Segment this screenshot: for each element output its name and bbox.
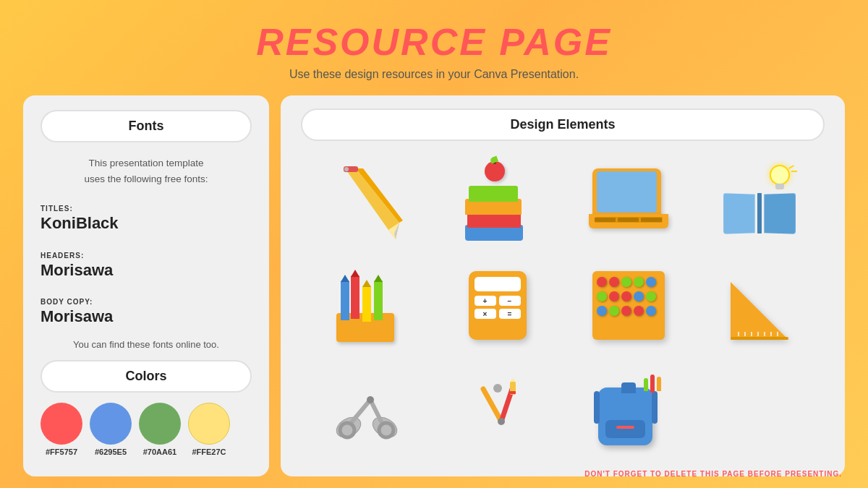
element-book-lightbulb — [694, 148, 825, 253]
color-swatch-yellow: #FFE27C — [188, 403, 230, 456]
color-hex-red: #FF5757 — [46, 448, 77, 456]
colors-section: Colors #FF5757 #6295E5 #70AA61 #FFE27C — [41, 360, 252, 456]
svg-point-16 — [498, 418, 505, 425]
font-entry-titles: TITLES: KoniBlack — [41, 201, 252, 233]
font-entry-headers: HEADERS: Morisawa — [41, 248, 252, 280]
svg-marker-18 — [510, 378, 516, 382]
font-name-bodycopy: Morisawa — [41, 307, 252, 326]
element-ruler-triangle — [694, 253, 825, 358]
element-compass — [432, 359, 563, 463]
color-swatches: #FF5757 #6295E5 #70AA61 #FFE27C — [41, 403, 252, 456]
svg-point-6 — [344, 167, 349, 171]
svg-point-20 — [493, 384, 502, 393]
svg-line-9 — [352, 400, 370, 421]
fonts-note: You can find these fonts online too. — [41, 339, 252, 350]
color-circle-red — [41, 403, 82, 445]
element-books — [432, 148, 563, 253]
element-abacus — [563, 253, 694, 358]
svg-line-14 — [483, 389, 501, 421]
backpack-icon — [592, 377, 665, 445]
font-label-bodycopy: BODY COPY: — [41, 298, 93, 306]
color-circle-green — [139, 403, 181, 445]
svg-rect-19 — [510, 391, 516, 394]
compass-icon — [461, 378, 534, 443]
element-crayons — [301, 253, 432, 358]
crayons-icon — [331, 270, 403, 342]
element-empty — [694, 359, 825, 463]
page-subtitle: Use these design resources in your Canva… — [289, 68, 579, 81]
color-swatch-blue: #6295E5 — [90, 403, 132, 456]
color-circle-blue — [90, 403, 132, 445]
color-swatch-red: #FF5757 — [41, 403, 82, 456]
fonts-header: Fonts — [41, 110, 252, 142]
ruler-icon — [723, 271, 796, 340]
page-title: RESOURCE PAGE — [256, 20, 612, 64]
font-name-titles: KoniBlack — [41, 214, 252, 233]
laptop-icon — [589, 165, 668, 237]
font-label-headers: HEADERS: — [41, 252, 84, 260]
abacus-icon — [592, 271, 665, 340]
element-scissors — [301, 359, 432, 463]
design-elements-header: Design Elements — [301, 108, 825, 141]
colors-header: Colors — [41, 360, 252, 393]
books-stack-icon — [461, 161, 534, 241]
footer-note: DON'T FORGET TO DELETE THIS PAGE BEFORE … — [584, 470, 842, 478]
color-hex-blue: #6295E5 — [95, 448, 127, 456]
pencil-icon — [331, 161, 403, 241]
font-entry-bodycopy: BODY COPY: Morisawa — [41, 294, 252, 326]
left-panel: Fonts This presentation templateuses the… — [23, 95, 269, 476]
font-name-headers: Morisawa — [41, 261, 252, 280]
font-label-titles: TITLES: — [41, 205, 73, 213]
element-backpack — [563, 359, 694, 463]
color-circle-yellow — [188, 403, 230, 445]
fonts-description: This presentation templateuses the follo… — [41, 155, 252, 187]
scissors-icon — [331, 378, 403, 443]
elements-grid: + − × = — [301, 148, 825, 463]
element-laptop — [563, 148, 694, 253]
svg-marker-0 — [345, 168, 399, 230]
element-calculator: + − × = — [432, 253, 563, 358]
color-swatch-green: #70AA61 — [139, 403, 181, 456]
color-hex-green: #70AA61 — [143, 448, 176, 456]
color-hex-yellow: #FFE27C — [192, 448, 226, 456]
right-panel: Design Elements — [281, 95, 845, 476]
idea-book-icon — [723, 165, 796, 237]
element-pencil — [301, 148, 432, 253]
main-panels: Fonts This presentation templateuses the… — [23, 95, 845, 476]
svg-point-11 — [367, 396, 374, 403]
calculator-icon: + − × = — [469, 271, 527, 340]
